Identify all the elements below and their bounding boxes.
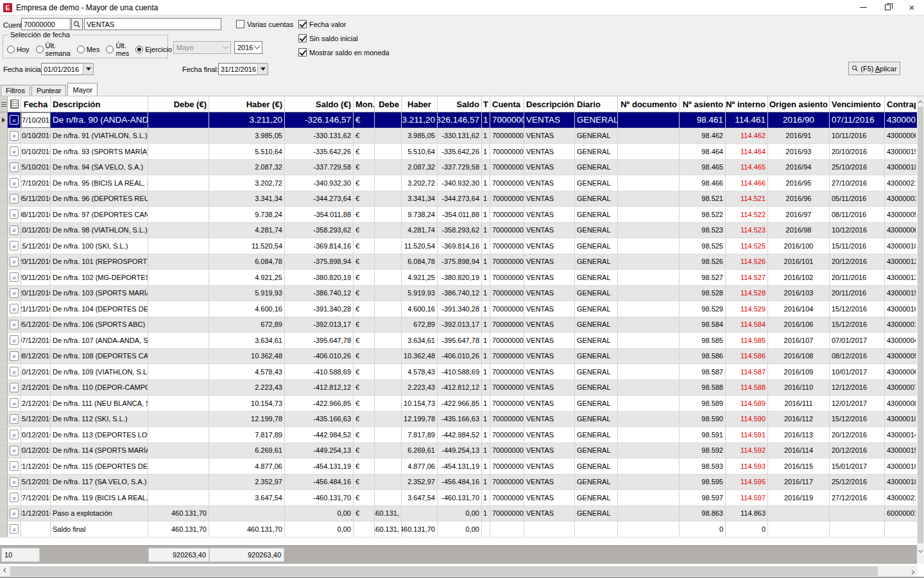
restore-button[interactable] [875,0,900,15]
fecha-final-input[interactable]: 31/12/2016 [218,63,258,75]
scroll-left-button[interactable] [0,566,10,577]
fecha-inicial-input[interactable]: 01/01/2016 [41,63,83,75]
cell-venc[interactable]: 08/11/2016 [830,207,885,222]
table-row[interactable]: a20/11/2016De n/fra. 102 (MG-DEPORTES)4.… [0,270,917,286]
cell-t[interactable]: 1 [482,160,490,175]
cell-haber[interactable]: 7.817,89 [209,427,285,442]
cell-fecha[interactable]: 20/10/2016 [21,144,51,159]
cell-contrap[interactable]: 43000018 - S [885,475,916,490]
cell-saldo2[interactable]: -358.293,62 [438,223,482,238]
cell-saldo2[interactable]: -326.146,57 [438,112,482,128]
cell-origen[interactable]: 2016/98 [768,223,830,238]
cell-desc2[interactable]: VENTAS [524,144,575,159]
cell-nasiento[interactable]: 98.587 [680,364,726,380]
cell-debe2[interactable] [375,270,402,285]
cell-ndoc[interactable] [618,286,680,301]
cell-t[interactable]: 1 [482,112,490,128]
cell-ninterno[interactable]: 114.521 [726,191,768,207]
cell-saldo[interactable]: -330.131,62 [285,128,354,144]
cell-ndoc[interactable] [618,238,680,254]
column-header-debe[interactable]: Debe (€) [148,96,209,112]
cell-t[interactable]: 1 [482,443,490,459]
cell-origen[interactable]: 2016/96 [768,191,830,207]
cell-desc2[interactable]: VENTAS [524,175,575,191]
document-icon-cell[interactable]: a [8,475,21,490]
column-header-diario[interactable]: Diario [575,96,618,112]
cell-mon[interactable]: € [354,506,375,521]
cell-saldo2[interactable]: -375.898,94 [438,254,482,270]
cell-diario[interactable]: GENERAL [575,475,618,490]
cell-t[interactable]: 1 [482,412,490,427]
cell-contrap[interactable]: 43000012 - R [885,254,916,270]
cell-ninterno[interactable]: 114.595 [726,475,768,490]
cell-saldo[interactable]: -375.898,94 [285,254,354,270]
cell-contrap[interactable]: 43000006 - V [885,128,916,144]
cell-desc[interactable]: De n/fra. 101 (REPROSPORT) [51,254,148,270]
cell-debe2[interactable] [375,112,402,128]
cell-haber[interactable]: 10.362,48 [209,349,285,364]
cell-venc[interactable]: 12/12/2016 [830,380,885,396]
document-icon-cell[interactable]: a [8,112,21,128]
cell-debe2[interactable] [375,160,402,175]
cell-haber2[interactable]: 9.738,24 [402,207,438,222]
cell-haber[interactable]: 3.985,05 [209,128,285,144]
cell-t[interactable]: 1 [482,317,490,333]
cell-debe[interactable] [148,112,209,128]
cell-saldo[interactable]: 0,00 [285,521,354,537]
cell-contrap[interactable]: 43000013 - M [885,270,916,285]
cell-haber2[interactable]: 3.634,61 [402,333,438,348]
cell-ninterno[interactable]: 114.522 [726,207,768,222]
cell-saldo2[interactable]: -392.013,17 [438,317,482,333]
cell-venc[interactable] [830,506,885,521]
cell-haber[interactable]: 5.919,93 [209,286,285,301]
cell-haber[interactable]: 3.647,54 [209,490,285,505]
cell-debe2[interactable] [375,223,402,238]
cell-haber[interactable]: 6.269,61 [209,443,285,459]
cell-debe[interactable] [148,475,209,490]
cell-origen[interactable]: 2016/94 [768,160,830,175]
cell-debe[interactable] [148,412,209,427]
cell-saldo2[interactable]: 0,00 [438,521,482,537]
cell-origen[interactable]: 2016/115 [768,459,830,474]
cell-fecha[interactable]: 15/12/2016 [21,412,51,427]
cell-desc[interactable]: De n/fra. 90 (ANDA-ANDA [51,112,148,128]
cell-desc[interactable]: De n/fra. 107 (ANDA-ANDA, S.A.) [51,333,148,348]
cell-debe2[interactable] [375,144,402,159]
cell-fecha[interactable]: 20/11/2016 [21,254,51,270]
cell-debe2[interactable]: 460.131, [375,521,402,537]
cell-saldo2[interactable]: -412.812,12 [438,380,482,396]
cell-contrap[interactable]: 43000016 - D [885,301,916,317]
cell-haber[interactable]: 2.352,97 [209,475,285,490]
scroll-right-button[interactable] [907,566,917,577]
cell-origen[interactable]: 2016/119 [768,490,830,505]
cuenta-input[interactable]: 70000000 [21,18,71,30]
cell-mon[interactable]: € [354,459,375,474]
cell-saldo[interactable]: -337.729,58 [285,160,354,175]
cell-diario[interactable]: GENERAL [575,128,618,144]
cell-contrap[interactable]: 43000010 - S [885,238,916,254]
cell-saldo[interactable]: -392.013,17 [285,317,354,333]
cell-nasiento[interactable]: 98.595 [680,475,726,490]
cell-desc[interactable]: Saldo final [51,521,148,537]
cell-desc2[interactable]: VENTAS [524,128,575,144]
cell-mon[interactable]: € [354,128,375,144]
cell-desc[interactable]: De n/fra. 112 (SKI, S.L.) [51,412,148,427]
cell-desc[interactable]: De n/fra. 91 (VIATHLON, S.L.) [51,128,148,144]
cell-desc2[interactable]: VENTAS [524,459,575,474]
cell-debe[interactable]: 460.131,70 [148,521,209,537]
cell-nasiento[interactable]: 98.593 [680,459,726,474]
column-header-haber[interactable]: Haber (€) [209,96,285,112]
cell-desc2[interactable]: VENTAS [524,333,575,348]
table-row[interactable]: a12/12/2016De n/fra. 111 (NEU BLANCA, S.… [0,396,917,412]
cell-desc2[interactable]: VENTAS [524,160,575,175]
cell-fecha[interactable]: 08/11/2016 [21,207,51,222]
cell-desc2[interactable]: VENTAS [524,317,575,333]
cell-mon[interactable] [354,521,375,537]
cell-saldo[interactable]: -326.146,57 [285,112,354,128]
cell-saldo2[interactable]: -344.273,64 [438,191,482,207]
cell-desc[interactable]: De n/fra. 103 (SPORTS MARÍA) [51,286,148,301]
aplicar-button[interactable]: (F5) Aplicar [848,62,900,75]
vertical-scroll-thumb[interactable] [918,107,923,543]
cell-mon[interactable]: € [354,364,375,380]
cell-ninterno[interactable]: 114.590 [726,412,768,427]
